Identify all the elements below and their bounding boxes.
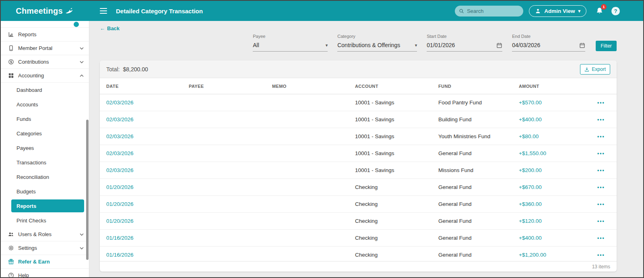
- sidebar-subitem[interactable]: Transactions: [1, 155, 89, 170]
- row-fund: Missions Fund: [438, 167, 519, 173]
- filter-button[interactable]: Filter: [596, 41, 617, 51]
- table-header-row: DATE PAYEE MEMO ACCOUNT FUND AMOUNT: [100, 78, 617, 94]
- chevron-down-icon: [80, 247, 84, 249]
- sidebar-item-accounting[interactable]: Accounting: [1, 69, 89, 83]
- row-date-link[interactable]: 01/16/2026: [106, 235, 189, 241]
- admin-view-button[interactable]: Admin View ▾: [529, 5, 586, 17]
- row-date-link[interactable]: 01/20/2026: [106, 184, 189, 190]
- row-more-button[interactable]: •••: [597, 252, 605, 258]
- sidebar-subitem[interactable]: Budgets: [1, 184, 89, 199]
- help-button[interactable]: ?: [611, 7, 620, 15]
- sidebar-scrollbar-thumb[interactable]: [86, 120, 89, 260]
- search-input[interactable]: [467, 8, 519, 14]
- row-more-button[interactable]: •••: [597, 235, 605, 241]
- sidebar-item-label: Accounting: [18, 73, 76, 79]
- row-amount: +$400.00: [519, 116, 597, 122]
- table-row: 01/20/2026 Checking General Fund +$360.0…: [100, 196, 617, 213]
- payee-value: All: [253, 42, 259, 48]
- row-fund: Building Fund: [438, 116, 519, 122]
- row-more-button[interactable]: •••: [597, 168, 605, 173]
- back-label: Back: [107, 25, 120, 31]
- end-date-filter: End Date 04/03/2026: [512, 34, 585, 52]
- calendar-icon[interactable]: [496, 42, 502, 48]
- row-more-button[interactable]: •••: [597, 218, 605, 224]
- table-body: 02/03/2026 10001 - Savings Food Pantry F…: [100, 94, 617, 261]
- sidebar-subitem[interactable]: Categories: [1, 126, 89, 141]
- notifications-button[interactable]: 1: [595, 6, 604, 16]
- sidebar-subitem-label: Funds: [17, 116, 31, 122]
- row-date-link[interactable]: 01/20/2026: [106, 201, 189, 207]
- sidebar-item-label: Users & Roles: [18, 231, 76, 237]
- search-bar[interactable]: [455, 6, 523, 17]
- row-date-link[interactable]: 02/03/2026: [106, 150, 189, 156]
- sidebar-subitem[interactable]: Funds: [1, 112, 89, 126]
- caret-down-icon: ▾: [415, 43, 417, 48]
- sidebar-item-help[interactable]: Help: [1, 269, 89, 277]
- start-date-filter: Start Date 01/01/2026: [427, 34, 502, 52]
- sidebar-item-reports[interactable]: Reports: [1, 28, 89, 41]
- sidebar-subitem-label: Reports: [17, 203, 36, 209]
- payee-label: Payee: [253, 34, 328, 39]
- total-label: Total:: [106, 66, 120, 73]
- row-date-link[interactable]: 02/03/2026: [106, 167, 189, 173]
- sidebar-subitem[interactable]: Reports: [11, 199, 84, 212]
- payee-filter: Payee All ▾: [253, 34, 328, 52]
- download-icon: [584, 67, 589, 72]
- row-date-link[interactable]: 02/03/2026: [106, 133, 189, 139]
- row-more-button[interactable]: •••: [597, 185, 605, 190]
- sidebar-item-label: Contributions: [18, 59, 76, 65]
- row-account: 10001 - Savings: [355, 116, 438, 122]
- sidebar-subitem[interactable]: Accounts: [1, 97, 89, 112]
- search-icon: [459, 8, 464, 14]
- sidebar-subitem[interactable]: Payees: [1, 141, 89, 155]
- category-select[interactable]: Contributions & Offerings ▾: [337, 42, 417, 52]
- row-more-button[interactable]: •••: [597, 117, 605, 122]
- sidebar-subitem[interactable]: Dashboard: [1, 83, 89, 97]
- sidebar-item-member-portal[interactable]: Member Portal: [1, 41, 89, 55]
- sidebar-subitem-label: Reconciliation: [17, 174, 49, 180]
- sidebar-subitem[interactable]: Reconciliation: [1, 170, 89, 184]
- calendar-icon[interactable]: [579, 42, 585, 48]
- row-fund: General Fund: [438, 201, 519, 207]
- row-more-button[interactable]: •••: [597, 201, 605, 207]
- row-date-link[interactable]: 02/03/2026: [106, 100, 189, 106]
- sidebar-item-label: Help: [18, 272, 84, 277]
- caret-down-icon: ▾: [578, 9, 580, 13]
- card-header: Total: $8,200.00 Export: [100, 60, 617, 78]
- row-fund: General Fund: [438, 218, 519, 224]
- start-date-input[interactable]: 01/01/2026: [427, 42, 502, 52]
- sidebar-subitem[interactable]: Print Checks: [1, 213, 89, 228]
- menu-icon[interactable]: [100, 8, 108, 14]
- row-more-button[interactable]: •••: [597, 100, 605, 106]
- row-date-link[interactable]: 01/20/2026: [106, 218, 189, 224]
- sidebar-item-contributions[interactable]: Contributions: [1, 55, 89, 69]
- sidebar-item-users-roles[interactable]: Users & Roles: [1, 228, 89, 241]
- row-more-button[interactable]: •••: [597, 151, 605, 156]
- column-header-memo: MEMO: [272, 84, 355, 89]
- row-amount: +$670.00: [519, 184, 597, 190]
- people-icon: [8, 231, 14, 237]
- export-button[interactable]: Export: [580, 64, 610, 75]
- row-date-link[interactable]: 02/03/2026: [106, 116, 189, 122]
- bar-chart-icon: [8, 31, 14, 37]
- column-header-fund: FUND: [438, 84, 519, 89]
- app-logo[interactable]: Chmeetings: [1, 6, 89, 16]
- sidebar-item-refer-earn[interactable]: Refer & Earn: [1, 255, 89, 269]
- row-amount: +$120.00: [519, 218, 597, 224]
- category-label: Category: [337, 34, 417, 39]
- gear-icon: [8, 245, 14, 251]
- end-date-input[interactable]: 04/03/2026: [512, 42, 585, 52]
- sidebar-item-settings[interactable]: Settings: [1, 241, 89, 255]
- row-date-link[interactable]: 01/16/2026: [106, 252, 189, 258]
- gift-icon: [8, 259, 14, 265]
- row-more-button[interactable]: •••: [597, 134, 605, 139]
- row-account: Checking: [355, 235, 438, 241]
- back-link[interactable]: ← Back: [100, 25, 120, 31]
- question-circle-icon: [8, 272, 14, 277]
- row-fund: Youth Ministries Fund: [438, 133, 519, 139]
- sidebar-subitem-label: Budgets: [17, 189, 36, 195]
- payee-select[interactable]: All ▾: [253, 42, 328, 52]
- total-value: $8,200.00: [123, 66, 148, 73]
- sidebar-subitem-label: Payees: [17, 145, 34, 151]
- column-header-account: ACCOUNT: [355, 84, 438, 89]
